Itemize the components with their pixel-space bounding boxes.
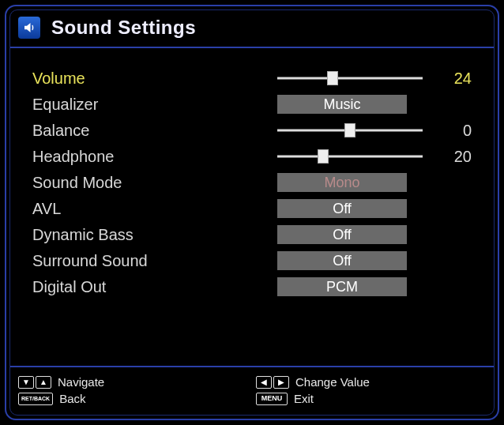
hint-back: RET/BACK Back [18, 392, 248, 405]
setting-label: AVL [32, 200, 277, 218]
left-key-icon: ◀ [256, 376, 272, 389]
setting-value-wrap: PCM [277, 274, 472, 299]
slider-value: 24 [435, 70, 472, 88]
titlebar: Sound Settings [10, 10, 494, 48]
setting-label: Sound Mode [32, 174, 277, 192]
setting-row[interactable]: Balance0 [32, 118, 472, 143]
setting-select[interactable]: Mono [277, 173, 407, 192]
setting-value-wrap: 0 [277, 118, 472, 143]
right-key-icon: ▶ [273, 376, 289, 389]
hint-navigate: ▼ ▲ Navigate [18, 375, 248, 389]
retback-key-icon: RET/BACK [18, 393, 53, 405]
settings-panel: Sound Settings Volume24EqualizerMusicBal… [5, 5, 499, 420]
setting-slider[interactable]: 24 [277, 69, 472, 88]
slider-thumb[interactable] [327, 71, 338, 85]
footer-hints: ▼ ▲ Navigate ◀ ▶ Change Value RET/BACK B… [10, 366, 494, 415]
down-key-icon: ▼ [18, 376, 34, 389]
setting-select[interactable]: Off [277, 225, 407, 244]
setting-value-wrap: Off [277, 248, 472, 273]
setting-row[interactable]: Dynamic BassOff [32, 222, 472, 247]
hint-exit-label: Exit [294, 392, 314, 405]
setting-label: Volume [32, 70, 277, 88]
setting-select[interactable]: Music [277, 95, 407, 114]
hint-change: ◀ ▶ Change Value [256, 375, 486, 389]
hint-navigate-label: Navigate [58, 375, 104, 389]
hint-change-label: Change Value [295, 375, 370, 389]
setting-row[interactable]: AVLOff [32, 196, 472, 221]
panel-inner: Sound Settings Volume24EqualizerMusicBal… [9, 9, 495, 416]
slider-value: 20 [435, 148, 472, 166]
setting-slider[interactable]: 0 [277, 121, 472, 140]
setting-label: Surround Sound [32, 252, 277, 270]
setting-label: Digital Out [32, 278, 277, 296]
setting-value-wrap: Off [277, 222, 472, 247]
setting-value-wrap: 20 [277, 144, 472, 169]
slider-track[interactable] [277, 69, 423, 88]
setting-row[interactable]: Digital OutPCM [32, 274, 472, 299]
setting-row[interactable]: Headphone20 [32, 144, 472, 169]
setting-row[interactable]: Volume24 [32, 66, 472, 91]
setting-value-wrap: Music [277, 92, 472, 117]
slider-track[interactable] [277, 121, 423, 140]
up-key-icon: ▲ [36, 376, 51, 389]
setting-value-wrap: Mono [277, 170, 472, 195]
menu-key-icon: MENU [256, 393, 288, 405]
slider-line [277, 77, 423, 80]
setting-value-wrap: 24 [277, 66, 472, 91]
setting-value-wrap: Off [277, 196, 472, 221]
setting-select[interactable]: Off [277, 199, 407, 218]
setting-row[interactable]: Sound ModeMono [32, 170, 472, 195]
setting-select[interactable]: Off [277, 251, 407, 270]
page-title: Sound Settings [51, 17, 196, 39]
settings-list: Volume24EqualizerMusicBalance0Headphone2… [10, 48, 494, 366]
hint-exit: MENU Exit [256, 392, 486, 405]
sound-icon [18, 17, 40, 39]
setting-label: Dynamic Bass [32, 226, 277, 244]
setting-row[interactable]: Surround SoundOff [32, 248, 472, 273]
setting-label: Headphone [32, 148, 277, 166]
slider-line [277, 156, 423, 158]
slider-track[interactable] [277, 147, 423, 166]
setting-label: Equalizer [32, 96, 277, 114]
setting-select[interactable]: PCM [277, 277, 407, 296]
hint-back-label: Back [59, 392, 85, 405]
slider-thumb[interactable] [344, 123, 355, 137]
slider-value: 0 [435, 122, 472, 140]
slider-thumb[interactable] [318, 149, 329, 164]
setting-slider[interactable]: 20 [277, 147, 472, 166]
setting-label: Balance [32, 122, 277, 140]
setting-row[interactable]: EqualizerMusic [32, 92, 472, 117]
